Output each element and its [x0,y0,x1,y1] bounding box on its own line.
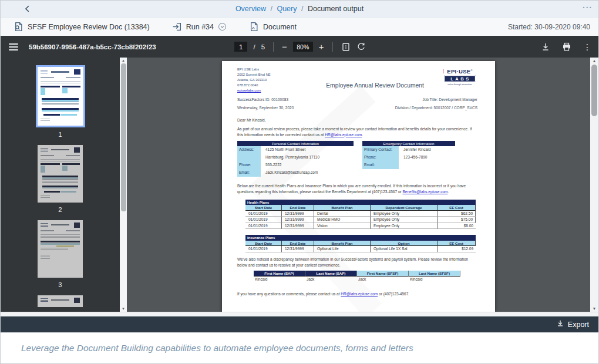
scroll-down-icon[interactable]: ▼ [120,307,127,311]
epiuse-labs-logo: EPI·USE® LABS value through innovation [442,68,477,93]
sender-phone: 678.872.0040 [237,83,308,88]
thumbnail-page-2[interactable]: 2 [38,145,83,220]
cell: Employee Only [371,211,438,217]
thumbnail-page-3[interactable]: 3 [38,220,83,295]
cell: Vision [314,223,371,230]
run-label: Run #34 [186,23,214,31]
closing-paragraph: If you have any questions or comments, p… [237,292,477,296]
zoom-level[interactable]: 80% [293,42,313,52]
hr-email-link[interactable]: HR@labs.epiuse.com [341,292,378,296]
benefits-text-end: . [448,190,449,194]
page-total: 5 [261,43,265,50]
pdf-viewer: 59b56907-9956-487a-b5cc-73cb8f202f23 / 5… [1,36,598,316]
logo-registered-mark: ® [470,69,472,72]
cell-value: Jennifer Kincaid [399,146,455,154]
thumbnail-image[interactable] [38,145,83,203]
toolbar-divider [332,42,333,52]
cell-value [399,161,455,169]
cell: 12/31/9999 [282,217,314,223]
page-number-input[interactable] [234,42,247,52]
chevron-down-icon[interactable] [218,22,227,31]
health-plans-table: Health Plans Start Date End Date Benefit… [245,200,476,230]
thumbnail-preview [38,67,83,126]
breadcrumb-query-link[interactable]: Query [277,5,297,13]
personal-contact-table: Personal Contact Information Address:412… [237,141,354,177]
thumbnail-image[interactable] [38,295,83,307]
zoom-in-button[interactable]: + [319,42,324,51]
insurance-plans-title: Insurance Plans [245,235,476,241]
document-title: Employee Annual Review Document [308,82,442,93]
fit-to-page-icon[interactable] [341,42,351,52]
pdf-sidebar-toggle-icon[interactable] [9,43,18,50]
pdf-document-icon [249,22,259,32]
scroll-down-icon[interactable]: ▼ [590,306,598,311]
cell-label: Phone: [237,161,261,169]
document-date: Wednesday, September 30, 2020 [237,106,294,110]
benefits-email-link[interactable]: Benefits@labs.epiuse.com [402,190,447,194]
viewer-vertical-scrollbar[interactable]: ▲ ▼ [590,58,598,312]
scroll-up-icon[interactable]: ▲ [120,59,127,62]
scrollbar-thumb[interactable] [121,63,126,211]
download-icon[interactable] [541,42,550,52]
emergency-contact-header: Emergency Contact Information [362,141,455,146]
cell-label: Address: [237,146,261,154]
cell: Kincaid [254,277,305,283]
health-plans-title: Health Plans [245,200,476,205]
cell: Dental [314,211,371,217]
discrepancy-paragraph: We've also noticed a discrepancy between… [237,257,477,268]
cell-value: 555-2222 [261,161,354,169]
thumbnail-sidebar: 1 2 [1,58,120,312]
query-document-item[interactable]: SFSF Employee Review Doc (13384) [14,22,150,32]
column-header: Benefit Plan [314,205,371,211]
export-button[interactable]: Export [556,319,589,329]
cell: 01/01/2019 [245,223,282,230]
overflow-menu-icon[interactable]: ··· [583,3,593,12]
more-options-icon[interactable]: ⋮ [583,43,591,51]
cell: Optional Life [314,246,371,252]
thumbnail-preview [38,295,83,307]
run-selector[interactable]: Run #34 [172,22,227,32]
scroll-up-icon[interactable]: ▲ [590,59,598,63]
thumbnail-image[interactable] [36,65,85,127]
query-search-icon [14,22,23,32]
column-header: Last Name (SAP) [305,271,357,277]
cell: $75.00 [438,217,476,223]
rotate-icon[interactable] [356,42,366,52]
cell: Employee Only [371,217,438,223]
cell-label: Phone: [362,154,399,161]
logo-labs-text: LABS [444,75,476,82]
sender-website-link[interactable]: epiuselabs.com [237,88,308,93]
zoom-out-button[interactable]: − [282,42,287,51]
thumbnail-page-number: 1 [58,131,62,138]
thumbnail-page-1[interactable]: 1 [36,65,85,145]
thumbnail-image[interactable] [38,220,83,278]
export-download-icon [556,319,564,329]
print-icon[interactable] [562,42,571,52]
run-icon [172,22,182,32]
hr-email-link[interactable]: HR@labs.epiuse.com [325,133,362,137]
cell: 12/31/9999 [282,223,314,230]
name-comparison-table: First Name (SAP) Last Name (SAP) First N… [254,271,460,282]
sender-address-block: EPI USE Labs 2002 Summit Blvd NE Atlanta… [237,67,308,93]
cell-label: Email: [237,169,261,177]
column-header: First Name (SFSF) [357,271,409,277]
column-header: Option [371,241,438,247]
breadcrumb-separator: / [270,5,272,13]
app-window: Overview / Query / Document output ··· S… [0,0,599,364]
document-tab[interactable]: Document [249,22,297,32]
viewer-horizontal-scrollbar[interactable] [1,312,598,316]
breadcrumb-overview-link[interactable]: Overview [235,5,266,13]
toolbar-divider [273,42,274,52]
salutation: Dear Mr Kincaid, [237,118,477,122]
pdf-body: 1 2 [1,58,598,312]
document-page: EPI USE Labs 2002 Summit Blvd NE Atlanta… [222,61,495,312]
thumbnail-page-4[interactable] [38,295,83,307]
logo-epiuse-text: EPI·USE [447,68,470,75]
column-header: EE Cost [438,241,476,247]
thumbnail-scrollbar[interactable]: ▲ ▼ [120,58,127,312]
closing-text-end: or (407)123-4567. [378,292,409,296]
top-header-bar: Overview / Query / Document output ··· [1,1,598,17]
cell-label: Primary Contact: [362,146,399,154]
scrollbar-thumb[interactable] [591,65,597,116]
run-started-timestamp: Started: 30-09-2020 09:40 [508,23,590,31]
